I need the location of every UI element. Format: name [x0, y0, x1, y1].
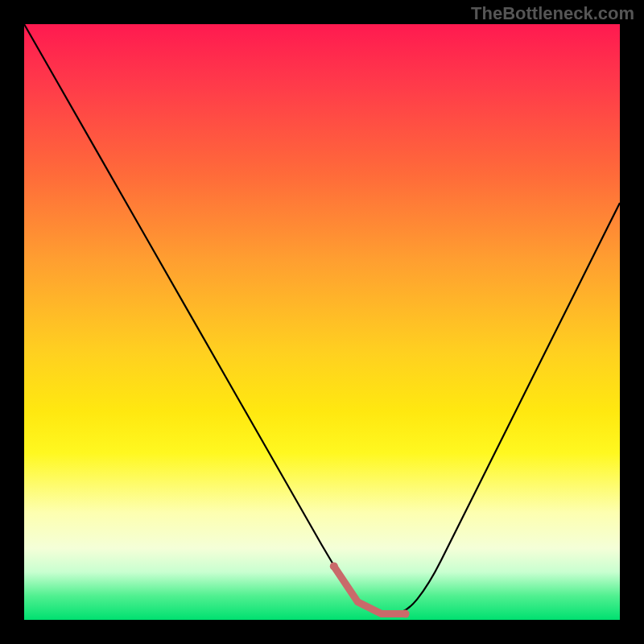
chart-svg — [24, 24, 620, 620]
bottleneck-curve-line — [24, 24, 620, 614]
bottleneck-marker-dot-right — [402, 610, 410, 618]
bottleneck-marker-dot-left — [330, 562, 338, 570]
watermark-text: TheBottleneck.com — [471, 3, 634, 24]
chart-plot-area — [24, 24, 620, 620]
bottleneck-marker-region — [334, 566, 406, 613]
